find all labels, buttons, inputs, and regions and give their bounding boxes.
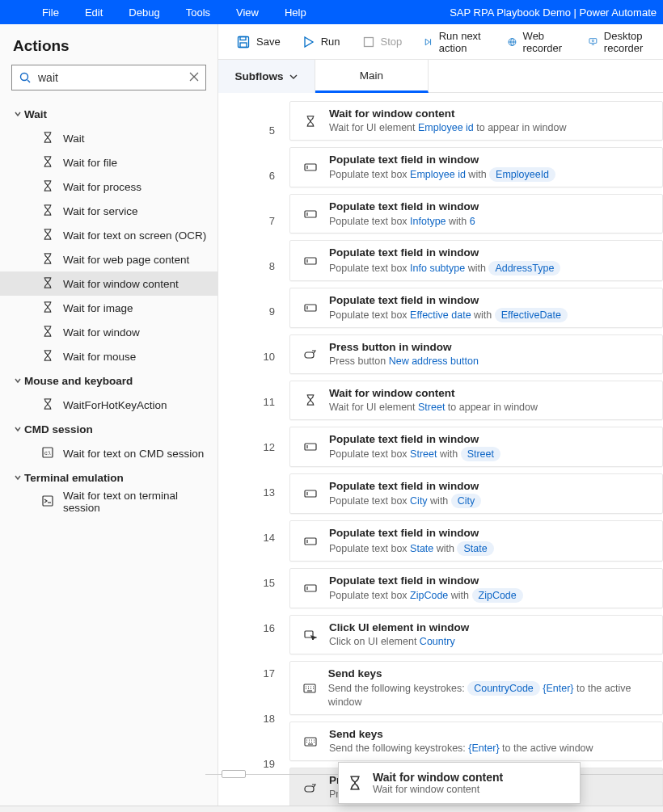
- actions-title: Actions: [0, 24, 217, 65]
- line-number: 5: [218, 107, 275, 153]
- svg-rect-43: [305, 164, 316, 170]
- flow-step[interactable]: Press button in windowPress button New a…: [289, 334, 663, 374]
- tree-item[interactable]: Wait for file: [0, 150, 217, 175]
- workspace: Subflows Main 5678910111213141516171819 …: [218, 60, 663, 806]
- flow-step[interactable]: Populate text field in windowPopulate te…: [289, 568, 663, 608]
- line-number: 17: [218, 650, 275, 696]
- step-icon: [300, 208, 321, 220]
- tree-item[interactable]: Wait for text on terminal session: [0, 490, 217, 514]
- hourglass-icon: [42, 253, 53, 267]
- tree-item[interactable]: Wait for window content: [0, 271, 217, 296]
- hourglass-icon: [42, 229, 53, 242]
- flow-step[interactable]: Populate text field in windowPopulate te…: [289, 288, 663, 328]
- tab-subflows[interactable]: Subflows: [218, 60, 315, 93]
- actions-tree: WaitWaitWait for fileWait for processWai…: [0, 99, 217, 514]
- tree-group[interactable]: Wait: [0, 102, 217, 126]
- svg-rect-58: [305, 538, 316, 545]
- step-icon: [300, 583, 321, 594]
- tree-item[interactable]: WaitForHotKeyAction: [0, 393, 217, 417]
- line-number: 16: [218, 605, 275, 650]
- step-icon: [300, 488, 321, 499]
- flow-step[interactable]: Wait for window contentWait for UI eleme…: [289, 101, 663, 141]
- menu-edit[interactable]: Edit: [72, 0, 116, 24]
- tooltip-sub: Wait for window content: [373, 784, 503, 795]
- flow-step[interactable]: Populate text field in windowPopulate te…: [289, 240, 663, 280]
- tree-group[interactable]: Terminal emulation: [0, 465, 217, 490]
- actions-panel: Actions WaitWaitWait for fileWait for pr…: [0, 24, 218, 806]
- svg-point-11: [21, 74, 28, 81]
- step-icon: [300, 162, 321, 173]
- hourglass-icon: [42, 398, 53, 412]
- svg-rect-54: [305, 444, 316, 450]
- menu-help[interactable]: Help: [272, 0, 319, 24]
- svg-rect-1: [240, 36, 246, 40]
- hourglass-icon: [42, 350, 53, 364]
- menu-view[interactable]: View: [223, 0, 272, 24]
- run-next-label: Run next action: [439, 30, 485, 54]
- line-number: 18: [218, 696, 275, 741]
- svg-rect-2: [240, 43, 247, 48]
- line-number: 7: [218, 198, 275, 243]
- menu-debug[interactable]: Debug: [116, 0, 172, 24]
- flow-step[interactable]: Populate text field in windowPopulate te…: [289, 520, 663, 561]
- flow-step[interactable]: Wait for window contentWait for UI eleme…: [289, 381, 663, 420]
- tree-item[interactable]: Wait for service: [0, 199, 217, 223]
- tree-group[interactable]: CMD session: [0, 417, 217, 441]
- tree-item[interactable]: Wait for web page content: [0, 247, 217, 271]
- flow-step[interactable]: Populate text field in windowPopulate te…: [289, 147, 663, 187]
- title-bar: FileEditDebugToolsViewHelp SAP RPA Playb…: [0, 0, 663, 24]
- run-button[interactable]: Run: [295, 24, 348, 60]
- line-number: 8: [218, 243, 275, 288]
- tab-main[interactable]: Main: [315, 60, 429, 93]
- flow-step[interactable]: Populate text field in windowPopulate te…: [289, 427, 663, 467]
- hourglass-icon: [42, 180, 53, 194]
- svg-point-10: [592, 40, 593, 42]
- search-input-wrap[interactable]: [11, 65, 206, 90]
- flow-tabs: Subflows Main: [218, 60, 663, 93]
- clear-search-icon[interactable]: [189, 72, 199, 84]
- line-number: 12: [218, 424, 275, 469]
- stop-button: Stop: [355, 24, 411, 60]
- hourglass-icon: [42, 301, 53, 315]
- line-number: 11: [218, 379, 275, 424]
- desktop-recorder-button[interactable]: Desktop recorder: [581, 24, 663, 60]
- flow-step[interactable]: Populate text field in windowPopulate te…: [289, 473, 663, 514]
- tree-item[interactable]: Wait for image: [0, 296, 217, 320]
- tree-item[interactable]: Wait: [0, 126, 217, 150]
- svg-rect-51: [305, 352, 314, 358]
- svg-rect-8: [589, 39, 597, 44]
- flow-step[interactable]: Send keysSend the following keystrokes: …: [289, 661, 663, 715]
- menu-tools[interactable]: Tools: [173, 0, 223, 24]
- hourglass-icon: [42, 132, 53, 145]
- save-button-label: Save: [256, 36, 281, 48]
- step-icon: [300, 302, 321, 313]
- line-gutter: 5678910111213141516171819: [218, 93, 289, 806]
- hourglass-icon: [42, 277, 53, 291]
- menu-file[interactable]: File: [29, 0, 72, 24]
- drag-tooltip: Wait for window content Wait for window …: [338, 762, 581, 804]
- tree-item[interactable]: c:\Wait for text on CMD session: [0, 441, 217, 465]
- hourglass-icon: c:\: [42, 447, 53, 461]
- web-recorder-label: Web recorder: [523, 30, 567, 54]
- flow-step[interactable]: Populate text field in windowPopulate te…: [289, 194, 663, 234]
- run-next-button[interactable]: Run next action: [416, 24, 492, 60]
- line-number: 13: [218, 469, 275, 515]
- step-icon: [300, 536, 321, 547]
- tree-group[interactable]: Mouse and keyboard: [0, 368, 217, 393]
- svg-rect-83: [305, 786, 314, 792]
- tab-main-label: Main: [360, 69, 383, 82]
- search-icon: [19, 71, 32, 84]
- save-button[interactable]: Save: [229, 24, 289, 60]
- tree-item[interactable]: Wait for window: [0, 320, 217, 344]
- tree-item[interactable]: Wait for mouse: [0, 344, 217, 368]
- tree-item[interactable]: Wait for text on screen (OCR): [0, 223, 217, 247]
- tree-item[interactable]: Wait for process: [0, 175, 217, 199]
- svg-rect-49: [305, 305, 316, 311]
- svg-rect-45: [305, 211, 316, 217]
- search-input[interactable]: [32, 71, 189, 84]
- line-number: 9: [218, 288, 275, 334]
- flow-step[interactable]: Send keysSend the following keystrokes: …: [289, 722, 663, 761]
- step-icon: [300, 441, 321, 452]
- flow-step[interactable]: Click UI element in windowClick on UI el…: [289, 615, 663, 654]
- web-recorder-button[interactable]: Web recorder: [500, 24, 574, 60]
